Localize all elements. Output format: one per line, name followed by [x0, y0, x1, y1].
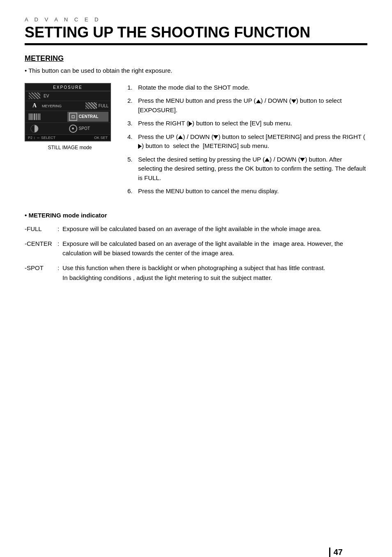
central-icon	[69, 113, 77, 121]
mode-full-label: -FULL	[25, 223, 58, 235]
step-2: 2. Press the MENU button and press the U…	[127, 96, 367, 115]
step-3: 3. Press the RIGHT () button to select t…	[127, 119, 367, 128]
menu-row-ev: EV	[25, 91, 110, 101]
ev-hatch-icon	[27, 92, 42, 99]
menu-header: EXPOSURE	[25, 84, 110, 91]
menu-footer: P2 ↕ ↔ SELECT OK SET	[25, 135, 110, 141]
mode-full-colon: :	[58, 223, 62, 235]
mode-indicator-heading: • METERING mode indicator	[25, 212, 367, 219]
mode-spot-label: -SPOT	[25, 259, 58, 284]
full-hatch-icon: FULL	[85, 102, 108, 109]
spot-label: SPOT	[79, 126, 90, 131]
menu-footer-right: OK SET	[94, 136, 108, 140]
mode-spot-colon: :	[58, 259, 62, 284]
mode-indicator-section: • METERING mode indicator -FULL : Exposu…	[25, 212, 367, 284]
mode-center: -CENTER : Exposure will be calculated ba…	[25, 235, 367, 259]
mode-center-colon: :	[58, 235, 62, 259]
central-option: CENTRAL	[67, 112, 108, 122]
page-number: 47	[329, 548, 343, 557]
spot-icon	[69, 125, 77, 133]
mode-full: -FULL : Exposure will be calculated base…	[25, 223, 367, 235]
mode-spot-desc: Use this function when there is backligh…	[62, 259, 367, 284]
step-6: 6. Press the MENU button to cancel the m…	[127, 187, 367, 196]
step-5: 5. Select the desired setting by pressin…	[127, 155, 367, 183]
mode-full-desc: Exposure will be calculated based on an …	[62, 223, 367, 235]
meyering-label: MEYERING	[42, 104, 85, 108]
a-icon: A	[27, 102, 42, 109]
mode-center-label: -CENTER	[25, 235, 58, 259]
still-image-label: STILL IMAGE mode	[25, 145, 115, 150]
page-title: SETTING UP THE SHOOTING FUNCTION	[25, 24, 367, 41]
menu-footer-left: P2 ↕ ↔ SELECT	[28, 136, 55, 140]
section-heading: METERING	[25, 54, 367, 63]
intro-text: • This button can be used to obtain the …	[25, 67, 367, 74]
ev-label: EV	[44, 94, 49, 98]
central-label: CENTRAL	[79, 114, 99, 119]
mode-spot: -SPOT : Use this function when there is …	[25, 259, 367, 284]
step-4: 4. Press the UP () / DOWN () button to s…	[127, 132, 367, 151]
mode-center-desc: Exposure will be calculated based on an …	[62, 235, 367, 259]
menu-row-spot: SPOT	[25, 123, 110, 135]
contrast-icon	[27, 124, 42, 133]
steps-panel: 1. Rotate the mode dial to the SHOT mode…	[127, 83, 367, 200]
menu-row-meyering: A MEYERING FULL	[25, 101, 110, 111]
spot-option: SPOT	[67, 124, 108, 134]
camera-menu: EXPOSURE EV A MEYERING	[25, 83, 111, 141]
title-divider	[25, 43, 367, 45]
step-1: 1. Rotate the mode dial to the SHOT mode…	[127, 83, 367, 92]
left-panel: EXPOSURE EV A MEYERING	[25, 83, 115, 200]
menu-row-barcode: CENTRAL	[25, 111, 110, 123]
steps-list: 1. Rotate the mode dial to the SHOT mode…	[127, 83, 367, 196]
mode-table: -FULL : Exposure will be calculated base…	[25, 223, 367, 284]
advanced-label: A D V A N C E D	[25, 16, 367, 23]
barcode-icon	[27, 113, 42, 120]
